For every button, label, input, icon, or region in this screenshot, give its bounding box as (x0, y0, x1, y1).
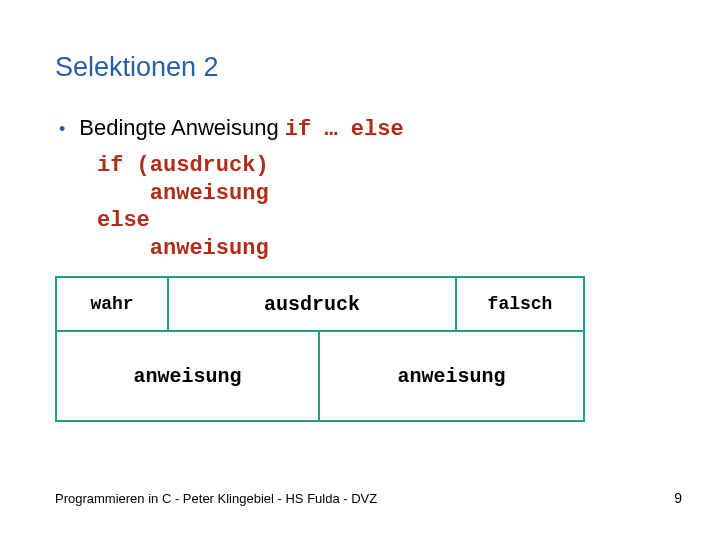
slide: Selektionen 2 • Bedingte Anweisung if … … (0, 0, 720, 540)
diagram-true-label: wahr (57, 278, 169, 330)
code-line-3: else (97, 207, 665, 235)
bullet-item: • Bedingte Anweisung if … else (59, 115, 665, 142)
diagram-statements-row: anweisung anweisung (55, 330, 585, 422)
diagram-false-label: falsch (455, 278, 583, 330)
bullet-code-inline: if … else (285, 117, 404, 142)
diagram-true-statement: anweisung (57, 332, 320, 420)
bullet-text: Bedingte Anweisung if … else (79, 115, 403, 142)
page-number: 9 (674, 490, 682, 506)
footer-text: Programmieren in C - Peter Klingebiel - … (55, 491, 377, 506)
nassi-shneiderman-diagram: wahr ausdruck falsch anweisung anweisung (55, 276, 585, 422)
diagram-false-statement: anweisung (320, 332, 583, 420)
diagram-condition-row: wahr ausdruck falsch (55, 276, 585, 330)
bullet-lead: Bedingte Anweisung (79, 115, 285, 140)
code-block: if (ausdruck) anweisung else anweisung (97, 152, 665, 262)
bullet-dot-icon: • (59, 120, 65, 138)
code-line-2: anweisung (97, 180, 665, 208)
diagram-expression: ausdruck (169, 278, 455, 330)
code-line-4: anweisung (97, 235, 665, 263)
code-line-1: if (ausdruck) (97, 152, 665, 180)
page-title: Selektionen 2 (55, 52, 665, 83)
